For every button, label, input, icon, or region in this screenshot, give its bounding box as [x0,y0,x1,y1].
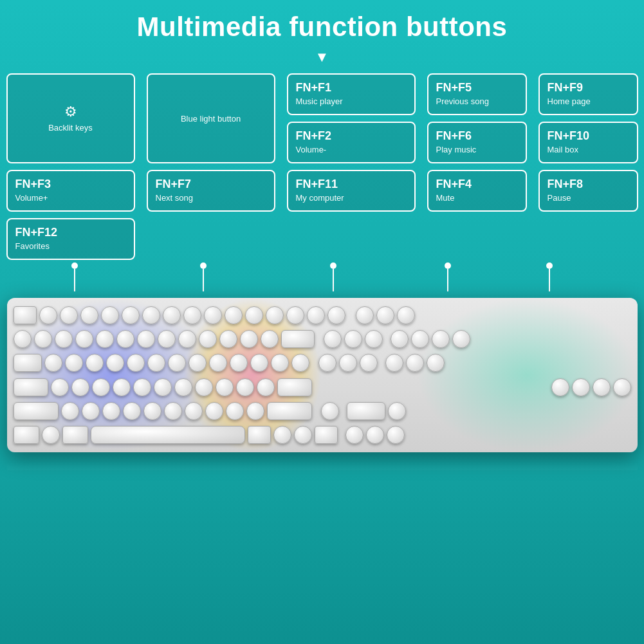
key-pause [327,306,345,324]
connector-dot-backlit [445,262,451,269]
key-o [209,354,227,372]
key-esc [14,306,37,324]
fn-f7-key: FN+F7 [156,178,192,192]
connector-dot-f4 [71,262,78,269]
key-num0 [347,402,385,420]
key-enter [277,378,312,396]
key-y [147,354,165,372]
key-win [42,426,60,444]
key-del [318,354,336,372]
key-down [366,426,384,444]
fn-f1-key: FN+F1 [296,81,332,95]
key-v [123,402,141,420]
key-g [133,378,151,396]
key-numdot [388,402,406,420]
key-9 [199,330,217,348]
fn-f7-card: FN+F7 Next song [147,170,275,212]
fn-f5-key: FN+F5 [436,81,472,95]
keyboard-body [7,298,638,452]
connector-dot-f8 [200,262,207,269]
key-up [321,402,339,420]
key-num7 [391,330,409,348]
key-left [345,426,363,444]
key-z [61,402,79,420]
backlit-desc: Backlit keys [48,123,93,134]
key-fn [273,426,291,444]
page-title: Multimedia function buttons [137,12,508,42]
zxcv-row [14,402,631,420]
backlit-card: ⚙ Backlit keys [6,73,135,163]
asdf-row [14,378,631,396]
fn-f3-key: FN+F3 [15,178,51,192]
key-slash [246,402,264,420]
key-f11 [245,306,263,324]
fn-f2-key: FN+F2 [296,129,332,143]
key-right [387,426,405,444]
fn-f11-card: FN+F11 My computer [287,170,416,212]
key-num8 [411,330,429,348]
key-u [168,354,186,372]
key-minus [240,330,258,348]
fn-f4-key: FN+F4 [436,178,472,192]
key-f4 [101,306,119,324]
key-f6 [142,306,160,324]
page: Multimedia function buttons ▼ FN+F1 Musi… [0,0,644,644]
key-num5 [406,354,424,372]
key-q [44,354,62,372]
fn-f6-key: FN+F6 [436,129,472,143]
key-x [82,402,100,420]
key-caps [14,378,48,396]
bottom-row [14,426,631,444]
key-tilde [14,330,32,348]
fn-f11-key: FN+F11 [296,178,338,192]
fn-f1-desc: Music player [296,97,343,107]
blue-light-card: Blue light button [147,73,275,163]
key-h [154,378,172,396]
key-num6 [427,354,445,372]
fn-f3-card: FN+F3 Volume+ [6,170,135,212]
key-semi [236,378,254,396]
fn-f11-desc: My computer [296,193,344,204]
key-6 [137,330,155,348]
key-period [226,402,244,420]
key-4 [96,330,114,348]
key-l [216,378,234,396]
key-f1 [39,306,57,324]
key-alt-r [248,426,271,444]
key-tab [14,354,42,372]
fn-row [14,306,631,324]
key-ins [324,330,342,348]
key-lbrace [250,354,268,372]
key-scrlk [307,306,325,324]
blue-light-desc: Blue light button [181,114,241,125]
key-backspace [281,330,315,348]
key-0 [219,330,237,348]
fn-f4-desc: Mute [436,193,455,204]
key-m [185,402,203,420]
key-led1 [356,306,374,324]
key-led2 [376,306,394,324]
keyboard-reflection [7,463,638,470]
connector-dot-f12 [330,262,336,269]
key-p [230,354,248,372]
arrow-indicator: ▼ [315,49,329,66]
key-5 [116,330,134,348]
key-f5 [122,306,140,324]
key-end [339,354,357,372]
key-f8 [183,306,201,324]
num-row [14,330,631,348]
key-f [113,378,131,396]
fn-f12-key: FN+F12 [15,226,58,240]
key-nument [613,378,631,396]
fn-f9-card: FN+F9 Home page [538,73,638,115]
fn-f1-card: FN+F1 Music player [287,73,416,115]
key-num1 [551,378,569,396]
key-pgup [365,330,383,348]
key-shift-l [14,402,59,420]
fn-f10-key: FN+F10 [547,129,590,143]
fn-f6-card: FN+F6 Play music [427,122,527,163]
key-f9 [204,306,222,324]
key-w [65,354,83,372]
key-3 [75,330,93,348]
fn-f12-desc: Favorites [15,241,50,252]
